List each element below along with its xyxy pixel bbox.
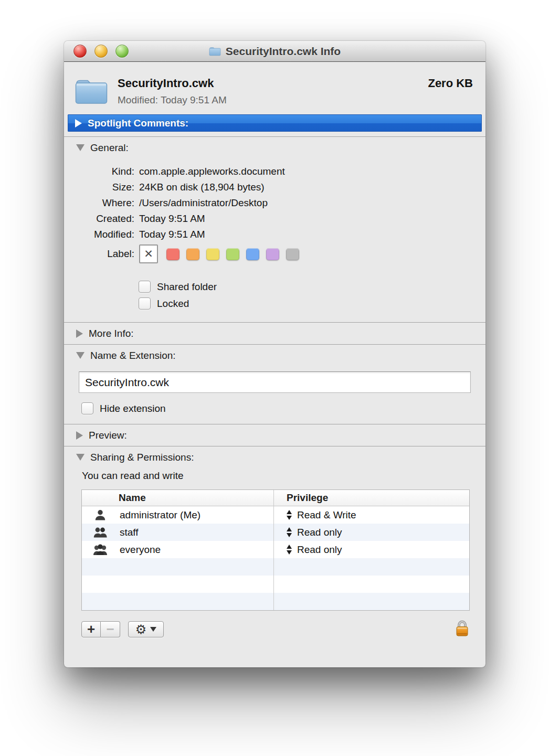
section-sharing-permissions: Sharing & Permissions: You can read and … [64, 446, 485, 640]
general-fields: Kind: com.apple.appleworks.document Size… [64, 164, 485, 242]
privilege-stepper[interactable] [287, 545, 292, 555]
label-purple-swatch[interactable] [266, 248, 279, 260]
field-label: Size: [64, 179, 134, 195]
field-row: Modified: Today 9:51 AM [64, 227, 485, 242]
privilege-value: Read only [297, 527, 342, 538]
disclosure-right-icon[interactable] [76, 329, 83, 338]
empty-row [82, 558, 469, 576]
privilege-value: Read & Write [297, 509, 356, 521]
privilege-value: Read only [297, 544, 342, 556]
field-label: Kind: [64, 164, 134, 179]
column-header-privilege[interactable]: Privilege [273, 490, 469, 506]
hide-extension-row: Hide extension [81, 402, 485, 424]
users-three-icon [92, 544, 108, 556]
field-label: Created: [64, 211, 134, 227]
privilege-stepper[interactable] [287, 510, 292, 520]
field-row: Created: Today 9:51 AM [64, 211, 485, 227]
file-size: Zero KB [428, 77, 473, 90]
file-name: SecurityIntro.cwk [118, 77, 421, 90]
empty-row [82, 593, 469, 610]
label-green-swatch[interactable] [226, 248, 239, 260]
label-gray-swatch[interactable] [286, 248, 299, 260]
window-title: SecurityIntro.cwk Info [226, 45, 341, 58]
chevron-down-icon [150, 627, 156, 632]
table-row[interactable]: administrator (Me) Read & Write [82, 506, 469, 524]
field-row: Size: 24KB on disk (18,904 bytes) [64, 179, 485, 195]
label-color-row: Label: ✕ [64, 244, 485, 264]
file-modified: Modified: Today 9:51 AM [118, 94, 421, 106]
column-header-name[interactable]: Name [82, 490, 273, 506]
section-spotlight-comments[interactable]: Spotlight Comments: [68, 114, 482, 132]
locked-row: Locked [139, 297, 485, 310]
shared-folder-row: Shared folder [139, 281, 485, 293]
lock-button[interactable] [455, 619, 470, 640]
folder-icon [75, 77, 108, 105]
label-none-button[interactable]: ✕ [139, 244, 158, 263]
privilege-stepper[interactable] [287, 527, 292, 537]
member-name: administrator (Me) [120, 509, 200, 521]
general-label: General: [90, 142, 129, 154]
table-row[interactable]: everyone Read only [82, 541, 469, 558]
field-label: Label: [64, 248, 134, 260]
spotlight-label: Spotlight Comments: [88, 118, 188, 129]
sharing-label: Sharing & Permissions: [90, 452, 194, 463]
field-label: Modified: [64, 227, 134, 242]
field-value: com.apple.appleworks.document [139, 164, 285, 179]
minimize-button[interactable] [94, 45, 108, 58]
disclosure-down-icon[interactable] [76, 352, 85, 359]
gear-icon: ⚙ [135, 623, 147, 636]
locked-checkbox[interactable] [139, 297, 151, 310]
field-label: Where: [64, 195, 134, 211]
preview-label: Preview: [89, 430, 127, 441]
permission-status: You can read and write [82, 470, 485, 482]
member-name: staff [120, 527, 139, 538]
permission-controls: + − ⚙ [81, 619, 470, 640]
zoom-button[interactable] [115, 45, 129, 58]
folder-proxy-icon [209, 46, 221, 56]
lock-icon [455, 619, 470, 637]
disclosure-right-icon[interactable] [76, 431, 83, 440]
label-blue-swatch[interactable] [246, 248, 259, 260]
name-extension-header[interactable]: Name & Extension: [64, 345, 485, 366]
disclosure-down-icon[interactable] [76, 144, 85, 151]
field-value: 24KB on disk (18,904 bytes) [139, 179, 265, 195]
disclosure-right-icon[interactable] [75, 119, 82, 127]
add-user-button[interactable]: + [81, 621, 101, 637]
field-value: /Users/administrator/Desktop [139, 195, 268, 211]
get-info-window: SecurityIntro.cwk Info SecurityIntro.cwk… [64, 41, 485, 667]
shared-folder-label: Shared folder [157, 281, 217, 293]
empty-row [82, 576, 469, 593]
label-orange-swatch[interactable] [186, 248, 199, 260]
sharing-header[interactable]: Sharing & Permissions: [64, 446, 485, 468]
section-preview[interactable]: Preview: [64, 424, 485, 446]
table-row[interactable]: staff Read only [82, 524, 469, 541]
user-icon [92, 509, 108, 521]
section-general: General: Kind: com.apple.appleworks.docu… [64, 137, 485, 322]
users-two-icon [92, 526, 108, 539]
close-button[interactable] [73, 45, 87, 58]
filename-input[interactable] [79, 371, 471, 393]
hide-extension-label: Hide extension [100, 403, 166, 414]
field-value: Today 9:51 AM [139, 211, 205, 227]
hide-extension-checkbox[interactable] [81, 402, 93, 414]
remove-user-button[interactable]: − [101, 621, 120, 637]
shared-folder-checkbox[interactable] [139, 281, 151, 293]
disclosure-down-icon[interactable] [76, 454, 85, 461]
file-header: SecurityIntro.cwk Modified: Today 9:51 A… [64, 62, 485, 113]
title-bar[interactable]: SecurityIntro.cwk Info [64, 41, 485, 62]
table-header: Name Privilege [82, 490, 469, 506]
label-yellow-swatch[interactable] [206, 248, 219, 260]
label-red-swatch[interactable] [166, 248, 180, 260]
field-row: Kind: com.apple.appleworks.document [64, 164, 485, 179]
more-info-label: More Info: [89, 328, 134, 339]
member-name: everyone [120, 544, 161, 556]
general-header[interactable]: General: [64, 137, 485, 158]
permissions-table: Name Privilege administrator (Me) Read &… [81, 489, 470, 611]
locked-label: Locked [157, 298, 189, 310]
name-extension-label: Name & Extension: [90, 350, 176, 361]
section-name-extension: Name & Extension: Hide extension [64, 345, 485, 424]
field-value: Today 9:51 AM [139, 227, 205, 242]
section-more-info[interactable]: More Info: [64, 323, 485, 344]
field-row: Where: /Users/administrator/Desktop [64, 195, 485, 211]
actions-menu-button[interactable]: ⚙ [128, 621, 164, 637]
